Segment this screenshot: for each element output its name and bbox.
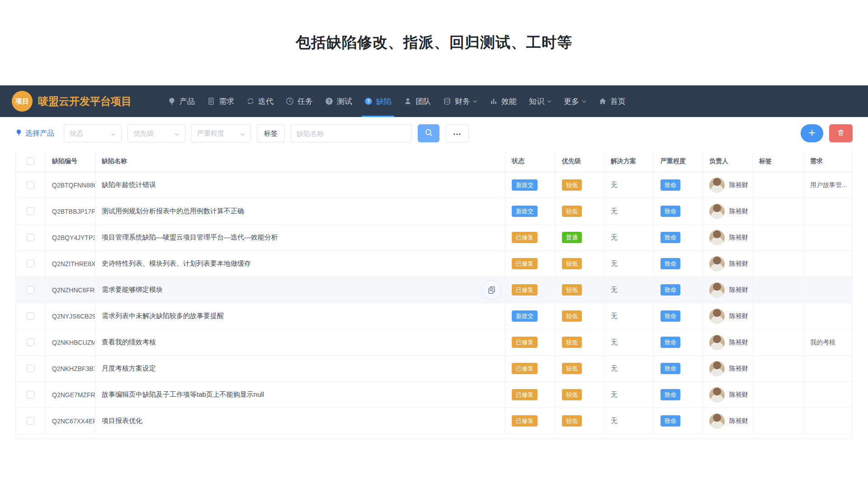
home-icon <box>599 97 607 105</box>
table-row[interactable]: Q2BQY4JYTP31 项目管理系统缺陷—唛盟云项目管理平台—迭代—效能分析 … <box>15 225 853 251</box>
person-icon <box>404 97 412 105</box>
defect-name-cell[interactable]: 故事编辑页中缺陷及子工作项等tab页上不能购显示null <box>95 382 505 408</box>
tag-cell <box>753 277 804 303</box>
avatar <box>709 413 725 429</box>
nav-item-finance[interactable]: 财务 <box>443 85 477 117</box>
table-row[interactable]: Q2NC67XX4ERB 项目报表优化 已修复 较低 无 致命 陈裕财 <box>15 408 853 434</box>
nav-item-more[interactable]: 更多 <box>564 85 586 117</box>
defect-name-cell[interactable]: 缺陷年龄统计错误 <box>95 172 505 198</box>
severity-badge: 致命 <box>660 258 680 269</box>
solution-value: 无 <box>604 303 654 329</box>
row-checkbox-cell <box>15 382 46 408</box>
owner-cell: 陈裕财 <box>703 225 753 250</box>
row-checkbox[interactable] <box>27 312 34 320</box>
table-body: Q2BTQFNN88Q8 缺陷年龄统计错误 新提交 较低 无 致命 陈裕财 用户… <box>15 172 853 434</box>
nav-item-tasks[interactable]: 任务 <box>286 85 313 117</box>
row-checkbox[interactable] <box>27 286 34 294</box>
defect-name-cell[interactable]: 史诗特性列表、模块列表、计划列表要本地做缓存 <box>95 251 505 277</box>
column-header-priority: 优先级 <box>556 150 604 172</box>
owner-cell: 陈裕财 <box>703 408 753 434</box>
defect-id: Q2NZHNC6FRQR <box>46 277 95 303</box>
defect-name-cell[interactable]: 测试用例规划分析报表中的总用例数计算不正确 <box>95 198 505 224</box>
nav-item-test[interactable]: ? 测试 <box>325 85 352 117</box>
status-filter-select[interactable]: 状态 <box>64 124 122 142</box>
defect-name-cell[interactable]: 项目报表优化 <box>95 408 505 434</box>
owner-name: 陈裕财 <box>729 286 748 294</box>
priority-badge: 较低 <box>562 206 582 217</box>
status-badge: 新提交 <box>512 310 538 322</box>
nav-item-iteration[interactable]: 迭代 <box>246 85 274 117</box>
table-row[interactable]: Q2NZHNC6FRQR 需求要能够绑定模块 已修复 较低 无 致命 陈裕财 <box>15 277 853 303</box>
solution-value: 无 <box>604 198 654 224</box>
search-button[interactable] <box>418 124 439 142</box>
question-circle-icon: ? <box>364 97 373 105</box>
tag-cell <box>753 329 804 355</box>
priority-filter-select[interactable]: 优先级 <box>127 124 185 142</box>
row-checkbox[interactable] <box>27 417 34 425</box>
requirement-cell <box>804 198 853 224</box>
nav-item-defects[interactable]: ? 缺陷 <box>364 85 392 117</box>
add-defect-button[interactable] <box>801 124 823 142</box>
row-checkbox[interactable] <box>27 234 34 241</box>
owner-name: 陈裕财 <box>729 312 748 320</box>
row-checkbox-cell <box>15 356 46 381</box>
tag-filter-button[interactable]: 标签 <box>257 124 285 142</box>
status-cell: 新提交 <box>505 198 556 224</box>
solution-value: 无 <box>604 225 654 250</box>
nav-item-product[interactable]: 产品 <box>168 85 195 117</box>
table-row[interactable]: Q2NZITHRE8XA 史诗特性列表、模块列表、计划列表要本地做缓存 已修复 … <box>15 251 853 277</box>
requirement-cell <box>804 382 853 408</box>
priority-cell: 较低 <box>556 329 604 355</box>
requirement-cell <box>804 277 853 303</box>
owner-name: 陈裕财 <box>729 391 748 399</box>
row-checkbox[interactable] <box>27 181 34 189</box>
copy-icon[interactable] <box>481 280 501 300</box>
nav-item-requirements[interactable]: 需求 <box>207 85 234 117</box>
owner-name: 陈裕财 <box>729 181 748 189</box>
row-checkbox-cell <box>15 329 46 355</box>
row-checkbox-cell <box>15 251 46 277</box>
defect-name-cell[interactable]: 需求要能够绑定模块 <box>95 277 505 303</box>
severity-filter-select[interactable]: 严重程度 <box>191 124 251 142</box>
delete-button[interactable] <box>829 124 853 142</box>
defect-id: Q2NC67XX4ERB <box>46 408 95 434</box>
severity-badge: 致命 <box>660 389 680 400</box>
nav-item-team[interactable]: 团队 <box>404 85 431 117</box>
table-row[interactable]: Q2NGE7MZFRP9 故事编辑页中缺陷及子工作项等tab页上不能购显示nul… <box>15 382 853 408</box>
solution-value: 无 <box>604 382 654 408</box>
table-row[interactable]: Q2BTBBJP17F5 测试用例规划分析报表中的总用例数计算不正确 新提交 较… <box>15 198 853 225</box>
more-actions-button[interactable] <box>445 124 469 142</box>
nav-item-knowledge[interactable]: 知识 <box>529 85 552 117</box>
nav-item-label: 任务 <box>297 96 313 107</box>
nav-item-performance[interactable]: 效能 <box>490 85 517 117</box>
question-circle-icon: ? <box>325 97 333 105</box>
top-navbar: 项目 唛盟云开发平台项目 产品 需求 迭代 任务 ? 测试 ? 缺陷 团队 <box>0 85 868 117</box>
select-all-checkbox[interactable] <box>27 157 34 165</box>
nav-item-label: 知识 <box>529 96 544 107</box>
status-cell: 已修复 <box>505 277 556 303</box>
table-row[interactable]: Q2NKHZBF3B76 月度考核方案设定 已修复 较低 无 致命 陈裕财 <box>15 356 853 382</box>
row-checkbox[interactable] <box>27 391 34 399</box>
defect-name-cell[interactable]: 需求列表中未解决缺陷较多的故事要提醒 <box>95 303 505 329</box>
defect-name: 项目报表优化 <box>102 417 142 425</box>
table-row[interactable]: Q2BTQFNN88Q8 缺陷年龄统计错误 新提交 较低 无 致命 陈裕财 用户… <box>15 172 853 198</box>
tag-cell <box>753 251 804 277</box>
severity-placeholder: 严重程度 <box>197 129 224 138</box>
nav-item-label: 团队 <box>415 96 431 107</box>
row-checkbox[interactable] <box>27 260 34 267</box>
defect-name: 需求要能够绑定模块 <box>102 286 163 294</box>
row-checkbox[interactable] <box>27 338 34 346</box>
row-checkbox[interactable] <box>27 365 34 372</box>
nav-item-home[interactable]: 首页 <box>599 85 626 117</box>
priority-badge: 较低 <box>562 415 582 427</box>
defect-name-input[interactable] <box>291 124 412 142</box>
table-row[interactable]: Q2NKHBCUZM73 查看我的绩效考核 已修复 较低 无 致命 陈裕财 我的… <box>15 329 853 356</box>
select-product-button[interactable]: 选择产品 <box>15 129 54 138</box>
defect-name-cell[interactable]: 月度考核方案设定 <box>95 356 505 381</box>
solution-value: 无 <box>604 356 654 381</box>
table-row[interactable]: Q2NYJS6CB294 需求列表中未解决缺陷较多的故事要提醒 新提交 较低 无… <box>15 303 853 329</box>
defect-name-cell[interactable]: 项目管理系统缺陷—唛盟云项目管理平台—迭代—效能分析 <box>95 225 505 250</box>
row-checkbox[interactable] <box>27 207 34 215</box>
defect-name-cell[interactable]: 查看我的绩效考核 <box>95 329 505 355</box>
project-title: 唛盟云开发平台项目 <box>38 94 132 108</box>
